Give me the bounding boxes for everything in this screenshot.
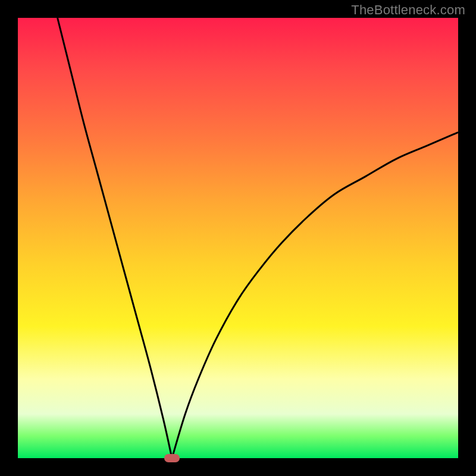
plot-area <box>18 18 458 458</box>
curve-left-branch <box>58 18 172 458</box>
chart-frame: TheBottleneck.com <box>0 0 476 476</box>
curve-right-branch <box>172 132 458 458</box>
vertex-marker <box>164 454 180 462</box>
bottleneck-curve <box>18 18 458 458</box>
watermark-text: TheBottleneck.com <box>351 2 465 18</box>
